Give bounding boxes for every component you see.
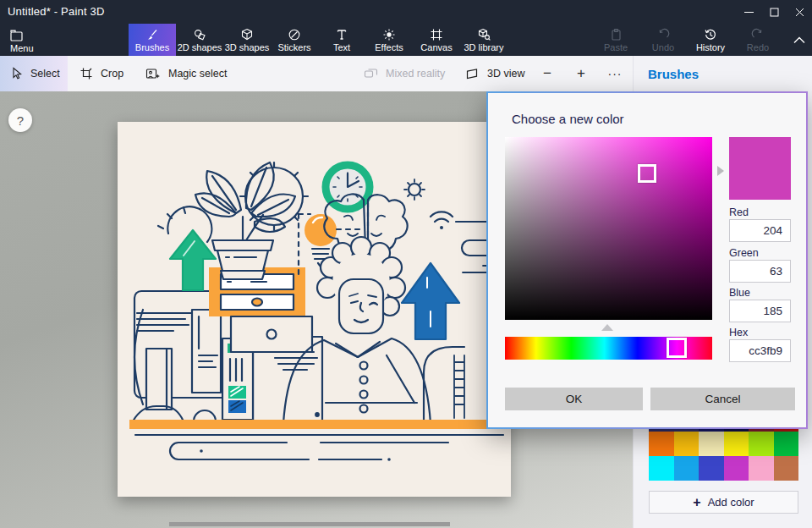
maximize-button[interactable] [761, 0, 787, 24]
titlebar: Untitled* - Paint 3D [0, 0, 812, 24]
zoom-out-button[interactable]: − [535, 56, 560, 91]
blue-label: Blue [729, 287, 750, 299]
drawing-canvas[interactable] [118, 122, 511, 497]
window-title: Untitled* - Paint 3D [8, 0, 105, 24]
3d-library-icon [477, 27, 491, 41]
hue-pointer-icon [601, 324, 613, 331]
palette-swatch-magenta[interactable] [724, 456, 749, 481]
red-label: Red [729, 206, 749, 218]
sv-cursor[interactable] [638, 164, 656, 183]
history-button[interactable]: History [687, 24, 734, 56]
undo-icon [656, 27, 670, 41]
palette-swatch-pink[interactable] [749, 456, 774, 481]
palette-swatch-cyan[interactable] [649, 456, 674, 481]
tab-3d-library[interactable]: 3D library [460, 24, 508, 56]
undo-button[interactable]: Undo [639, 24, 687, 56]
color-picker-dialog: Choose a new color Red Green Blue Hex OK… [486, 91, 808, 429]
select-tool[interactable]: Select [0, 56, 68, 91]
redo-button[interactable]: Redo [734, 24, 782, 56]
help-label: ? [17, 113, 24, 128]
2d-shapes-icon [193, 27, 207, 41]
add-color-button[interactable]: + Add color [649, 491, 798, 514]
tab-text[interactable]: Text [318, 24, 365, 56]
history-icon [704, 27, 717, 41]
cursor-icon [10, 67, 23, 80]
cancel-button[interactable]: Cancel [650, 388, 795, 410]
palette-swatch-green[interactable] [774, 432, 799, 456]
palette-swatch-chartreuse[interactable] [749, 432, 774, 456]
magic-select-icon [145, 67, 161, 80]
zoom-in-button[interactable]: + [568, 56, 594, 91]
blue-input[interactable] [729, 300, 791, 322]
menu-button[interactable]: Menu [7, 24, 46, 56]
palette-swatch-amber[interactable] [674, 432, 700, 456]
ribbon: Menu Brushes 2D shapes 3D shapes [0, 24, 812, 56]
tab-3d-shapes[interactable]: 3D shapes [223, 24, 271, 56]
more-options-button[interactable]: ··· [602, 56, 628, 91]
palette-swatch-brown[interactable] [774, 456, 799, 481]
tab-brushes[interactable]: Brushes [129, 24, 176, 56]
redo-icon [751, 27, 765, 41]
hex-label: Hex [729, 327, 748, 338]
help-button[interactable]: ? [8, 108, 32, 132]
palette-swatch-orange[interactable] [649, 432, 674, 456]
horizontal-scrollbar[interactable] [169, 522, 450, 526]
preview-pointer-icon [717, 166, 724, 176]
minimize-button[interactable] [736, 0, 761, 24]
3d-view-tool[interactable]: 3D view [460, 56, 529, 91]
brush-icon [145, 27, 159, 41]
green-input[interactable] [729, 260, 791, 283]
plus-icon: + [693, 496, 700, 509]
crop-tool[interactable]: Crop [74, 56, 129, 91]
text-icon [335, 27, 348, 41]
effects-icon [382, 27, 396, 41]
palette-swatch-azure[interactable] [674, 456, 700, 481]
canvas-illustration [118, 122, 511, 497]
palette-swatch-yellow[interactable] [724, 432, 749, 456]
green-label: Green [729, 247, 759, 259]
paint3d-window: Untitled* - Paint 3D Menu [0, 0, 812, 528]
stickers-icon [288, 27, 301, 41]
close-button[interactable] [787, 0, 812, 24]
tab-effects[interactable]: Effects [365, 24, 413, 56]
mixed-reality-label: Mixed reality [386, 68, 445, 80]
crop-icon [80, 67, 93, 80]
ribbon-tabs: Brushes 2D shapes 3D shapes Stickers [129, 24, 508, 56]
color-palette [649, 428, 798, 481]
palette-swatch-cream[interactable] [699, 432, 724, 456]
ok-button[interactable]: OK [505, 388, 643, 410]
crop-label: Crop [101, 68, 123, 80]
paste-icon [610, 27, 623, 41]
tab-2d-shapes[interactable]: 2D shapes [176, 24, 223, 56]
selected-color-preview [729, 137, 791, 200]
mixed-reality-tool[interactable]: Mixed reality [359, 56, 450, 91]
dialog-title: Choose a new color [512, 112, 624, 126]
tab-canvas[interactable]: Canvas [413, 24, 460, 56]
menu-icon [10, 27, 24, 41]
ribbon-actions: Paste Undo History Redo [592, 24, 782, 56]
red-input[interactable] [729, 219, 791, 242]
palette-swatch-blue[interactable] [699, 456, 724, 481]
3d-view-icon [465, 68, 480, 80]
add-color-label: Add color [708, 496, 754, 509]
paste-button[interactable]: Paste [592, 24, 639, 56]
select-label: Select [30, 68, 60, 80]
magic-select-tool[interactable]: Magic select [140, 56, 232, 91]
collapse-ribbon-button[interactable] [788, 24, 810, 56]
hex-input[interactable] [729, 339, 791, 362]
toolbar: Select Crop Magic select Mixed reality 3… [0, 56, 633, 91]
hue-cursor[interactable] [667, 338, 687, 358]
menu-label: Menu [10, 43, 34, 53]
3d-view-label: 3D view [487, 68, 524, 80]
panel-title: Brushes [648, 67, 699, 81]
magic-select-label: Magic select [168, 68, 227, 80]
hue-slider[interactable] [505, 337, 712, 360]
tab-stickers[interactable]: Stickers [271, 24, 318, 56]
mixed-reality-icon [364, 67, 378, 80]
3d-shapes-icon [240, 27, 254, 41]
canvas-icon [430, 27, 443, 41]
saturation-value-picker[interactable] [505, 137, 712, 320]
